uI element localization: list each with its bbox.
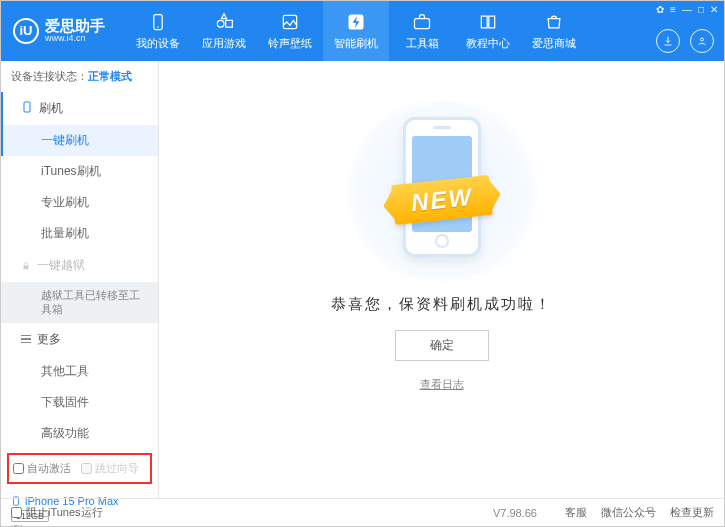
svg-rect-6: [24, 102, 30, 112]
lock-icon: [21, 261, 31, 271]
sidebar-item-itunes-flash[interactable]: iTunes刷机: [1, 156, 158, 187]
section-jailbreak: 一键越狱: [1, 249, 158, 282]
nav-label: 爱思商城: [532, 36, 576, 51]
sidebar: 设备连接状态：正常模式 刷机 一键刷机 iTunes刷机 专业刷机 批量刷机 一…: [1, 61, 159, 498]
nav-tools[interactable]: 工具箱: [389, 1, 455, 61]
user-button[interactable]: [690, 29, 714, 53]
svg-rect-4: [415, 18, 430, 28]
sidebar-item-onekey-flash[interactable]: 一键刷机: [1, 125, 158, 156]
auto-activate-checkbox[interactable]: 自动激活: [13, 461, 71, 476]
apps-icon: [214, 12, 234, 32]
view-log-link[interactable]: 查看日志: [420, 377, 464, 392]
nav-shop[interactable]: 爱思商城: [521, 1, 587, 61]
section-title: 刷机: [39, 100, 63, 117]
app-header: iU 爱思助手 www.i4.cn 我的设备 应用游戏 铃声壁纸 智能刷机: [1, 1, 724, 61]
footer-link-update[interactable]: 检查更新: [670, 505, 714, 520]
footer-link-support[interactable]: 客服: [565, 505, 587, 520]
app-url: www.i4.cn: [45, 34, 105, 44]
sidebar-item-download-firmware[interactable]: 下载固件: [1, 387, 158, 418]
nav-label: 铃声壁纸: [268, 36, 312, 51]
device-icon: [148, 12, 168, 32]
logo-block: iU 爱思助手 www.i4.cn: [9, 18, 105, 44]
status-label: 设备连接状态：: [11, 70, 88, 82]
minimize-button[interactable]: —: [682, 4, 692, 15]
main-content: NEW 恭喜您，保资料刷机成功啦！ 确定 查看日志: [159, 61, 724, 498]
book-icon: [478, 12, 498, 32]
section-flash[interactable]: 刷机: [1, 92, 158, 125]
section-more[interactable]: 更多: [1, 323, 158, 356]
menu-button[interactable]: ≡: [670, 4, 676, 15]
nav-my-device[interactable]: 我的设备: [125, 1, 191, 61]
app-title: 爱思助手: [45, 18, 105, 35]
options-highlight-box: 自动激活 跳过向导: [7, 453, 152, 484]
sidebar-item-pro-flash[interactable]: 专业刷机: [1, 187, 158, 218]
window-controls: ✿ ≡ — □ ✕: [656, 4, 718, 15]
top-nav: 我的设备 应用游戏 铃声壁纸 智能刷机 工具箱 教程中心: [125, 1, 716, 61]
device-status: 设备连接状态：正常模式: [1, 61, 158, 92]
version-label: V7.98.66: [493, 507, 537, 519]
skip-guide-checkbox[interactable]: 跳过向导: [81, 461, 139, 476]
nav-label: 我的设备: [136, 36, 180, 51]
ok-button[interactable]: 确定: [395, 330, 489, 361]
media-icon: [280, 12, 300, 32]
sidebar-item-other-tools[interactable]: 其他工具: [1, 356, 158, 387]
section-title: 更多: [37, 331, 61, 348]
sidebar-item-batch-flash[interactable]: 批量刷机: [1, 218, 158, 249]
section-title: 一键越狱: [37, 257, 85, 274]
nav-flash[interactable]: 智能刷机: [323, 1, 389, 61]
nav-label: 智能刷机: [334, 36, 378, 51]
shop-icon: [544, 12, 564, 32]
checkbox-label: 跳过向导: [95, 461, 139, 476]
nav-label: 教程中心: [466, 36, 510, 51]
footer: 阻止iTunes运行 V7.98.66 客服 微信公众号 检查更新: [1, 498, 724, 526]
jailbreak-note: 越狱工具已转移至工具箱: [1, 282, 158, 323]
checkbox-label: 阻止iTunes运行: [26, 505, 103, 520]
nav-media[interactable]: 铃声壁纸: [257, 1, 323, 61]
maximize-button[interactable]: □: [698, 4, 704, 15]
toolbox-icon: [412, 12, 432, 32]
hamburger-icon: [21, 335, 31, 344]
footer-link-wechat[interactable]: 微信公众号: [601, 505, 656, 520]
phone-flash-icon: [21, 100, 33, 117]
logo-icon: iU: [13, 18, 39, 44]
svg-rect-7: [24, 265, 29, 269]
success-message: 恭喜您，保资料刷机成功啦！: [331, 295, 552, 314]
nav-apps[interactable]: 应用游戏: [191, 1, 257, 61]
nav-label: 应用游戏: [202, 36, 246, 51]
flash-icon: [346, 12, 366, 32]
checkbox-label: 自动激活: [27, 461, 71, 476]
download-button[interactable]: [656, 29, 680, 53]
close-button[interactable]: ✕: [710, 4, 718, 15]
block-itunes-checkbox[interactable]: 阻止iTunes运行: [11, 505, 103, 520]
success-illustration: NEW: [332, 101, 552, 281]
svg-point-1: [157, 26, 159, 28]
nav-label: 工具箱: [406, 36, 439, 51]
nav-tutorial[interactable]: 教程中心: [455, 1, 521, 61]
skin-button[interactable]: ✿: [656, 4, 664, 15]
svg-point-5: [701, 38, 704, 41]
status-mode: 正常模式: [88, 70, 132, 82]
sidebar-item-advanced[interactable]: 高级功能: [1, 418, 158, 449]
